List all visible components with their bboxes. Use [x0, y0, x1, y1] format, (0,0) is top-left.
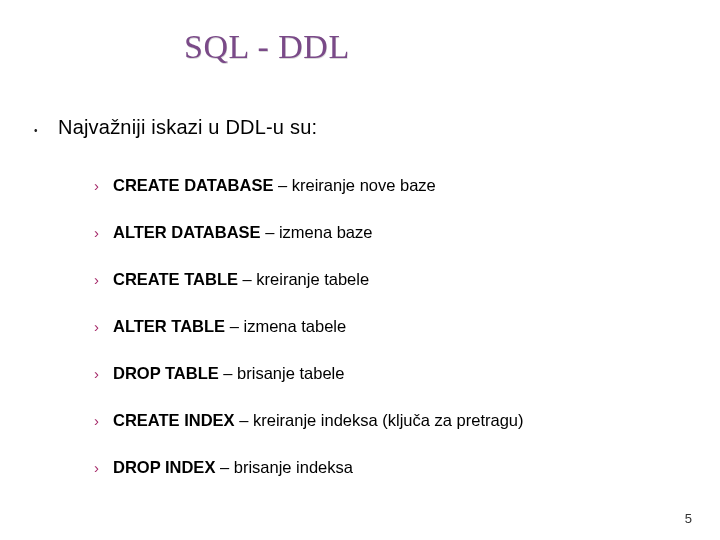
list-item: › CREATE DATABASE – kreiranje nove baze — [94, 176, 524, 196]
list-item-text: CREATE INDEX – kreiranje indeksa (ključa… — [113, 411, 524, 430]
chevron-icon: › — [94, 270, 99, 290]
list-item: › CREATE TABLE – kreiranje tabele — [94, 270, 524, 290]
list-item: › CREATE INDEX – kreiranje indeksa (klju… — [94, 411, 524, 431]
list-item-text: CREATE TABLE – kreiranje tabele — [113, 270, 369, 289]
list-item: › ALTER DATABASE – izmena baze — [94, 223, 524, 243]
main-bullet-text: Najvažniji iskazi u DDL-u su: — [58, 116, 317, 139]
list-item-text: DROP TABLE – brisanje tabele — [113, 364, 344, 383]
sub-list: › CREATE DATABASE – kreiranje nove baze … — [94, 176, 524, 505]
page-number: 5 — [685, 511, 692, 526]
chevron-icon: › — [94, 411, 99, 431]
list-item-text: CREATE DATABASE – kreiranje nove baze — [113, 176, 436, 195]
chevron-icon: › — [94, 317, 99, 337]
slide-title: SQL - DDL — [184, 28, 350, 66]
chevron-icon: › — [94, 176, 99, 196]
list-item: › DROP TABLE – brisanje tabele — [94, 364, 524, 384]
list-item: › DROP INDEX – brisanje indeksa — [94, 458, 524, 478]
chevron-icon: › — [94, 364, 99, 384]
list-item: › ALTER TABLE – izmena tabele — [94, 317, 524, 337]
list-item-text: ALTER TABLE – izmena tabele — [113, 317, 346, 336]
list-item-text: DROP INDEX – brisanje indeksa — [113, 458, 353, 477]
chevron-icon: › — [94, 223, 99, 243]
main-bullet: • Najvažniji iskazi u DDL-u su: — [34, 116, 317, 139]
chevron-icon: › — [94, 458, 99, 478]
list-item-text: ALTER DATABASE – izmena baze — [113, 223, 372, 242]
bullet-dot-icon: • — [34, 125, 40, 131]
